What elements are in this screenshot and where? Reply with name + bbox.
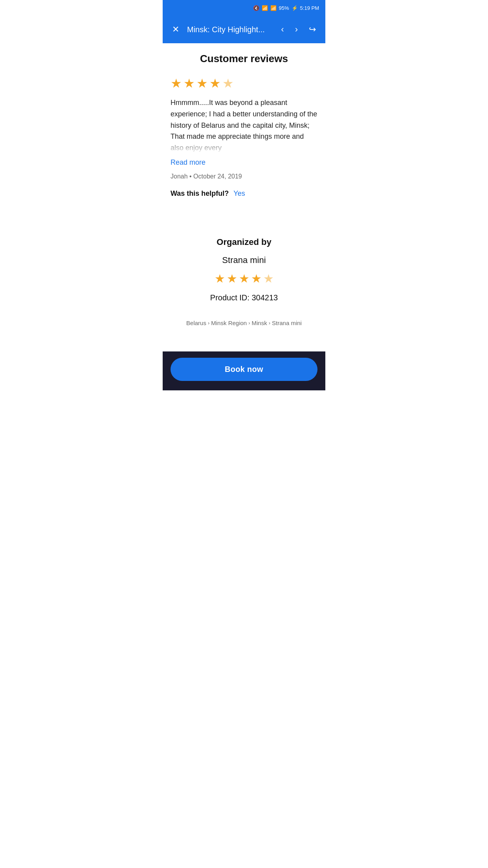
- star-4: ★: [209, 76, 221, 91]
- breadcrumb-sep-2: ›: [248, 320, 250, 326]
- helpful-row: Was this helpful? Yes: [171, 189, 317, 198]
- charging-icon: ⚡: [292, 5, 298, 11]
- org-star-3: ★: [239, 272, 250, 285]
- reviewer-separator: •: [189, 173, 193, 180]
- time-display: 5:19 PM: [300, 5, 319, 11]
- organizer-stars: ★ ★ ★ ★ ★: [171, 272, 317, 285]
- close-button[interactable]: ✕: [169, 23, 182, 36]
- star-1: ★: [171, 76, 182, 91]
- breadcrumb-sep-1: ›: [208, 320, 209, 326]
- battery-text: 95%: [279, 5, 289, 11]
- product-id: Product ID: 304213: [171, 293, 317, 302]
- helpful-label: Was this helpful?: [171, 189, 229, 198]
- organizer-name: Strana mini: [171, 255, 317, 265]
- spacer: [171, 213, 317, 229]
- page-title: Minsk: City Highlight...: [187, 25, 273, 34]
- reviews-section-title: Customer reviews: [171, 53, 317, 65]
- org-star-5: ★: [263, 272, 274, 285]
- star-2: ★: [183, 76, 195, 91]
- nav-bar: ✕ Minsk: City Highlight... ‹ › ↪: [163, 16, 325, 43]
- breadcrumb-belarus[interactable]: Belarus: [186, 320, 206, 326]
- share-button[interactable]: ↪: [306, 23, 319, 36]
- review-text: Hmmmm.....It was beyond a pleasant exper…: [171, 97, 317, 154]
- status-icons: 🔇 📶 📶 95% ⚡ 5:19 PM: [253, 5, 319, 11]
- breadcrumb-minsk-region[interactable]: Minsk Region: [211, 320, 247, 326]
- book-now-button[interactable]: Book now: [171, 358, 317, 381]
- breadcrumb-strana-mini[interactable]: Strana mini: [272, 320, 302, 326]
- review-date: October 24, 2019: [193, 173, 242, 180]
- status-bar: 🔇 📶 📶 95% ⚡ 5:19 PM: [163, 0, 325, 16]
- org-star-1: ★: [215, 272, 225, 285]
- breadcrumb: Belarus › Minsk Region › Minsk › Strana …: [171, 320, 317, 342]
- org-star-2: ★: [227, 272, 237, 285]
- breadcrumb-sep-3: ›: [269, 320, 270, 326]
- signal-icon: 📶: [270, 5, 277, 11]
- star-3: ★: [196, 76, 208, 91]
- review-stars: ★ ★ ★ ★ ★: [171, 76, 317, 91]
- helpful-yes-button[interactable]: Yes: [233, 189, 245, 198]
- bottom-bar: Book now: [163, 351, 325, 390]
- forward-button[interactable]: ›: [292, 23, 301, 36]
- star-5: ★: [222, 76, 234, 91]
- reviewer-info: Jonah • October 24, 2019: [171, 173, 317, 180]
- back-button[interactable]: ‹: [278, 23, 287, 36]
- breadcrumb-minsk[interactable]: Minsk: [252, 320, 267, 326]
- org-star-4: ★: [251, 272, 262, 285]
- main-content: Customer reviews ★ ★ ★ ★ ★ Hmmmm.....It …: [163, 43, 325, 351]
- reviewer-name: Jonah: [171, 173, 188, 180]
- wifi-icon: 📶: [262, 5, 268, 11]
- organized-by-title: Organized by: [171, 237, 317, 247]
- mute-icon: 🔇: [253, 5, 259, 11]
- organized-by-section: Organized by Strana mini ★ ★ ★ ★ ★ Produ…: [171, 229, 317, 320]
- read-more-link[interactable]: Read more: [171, 158, 205, 167]
